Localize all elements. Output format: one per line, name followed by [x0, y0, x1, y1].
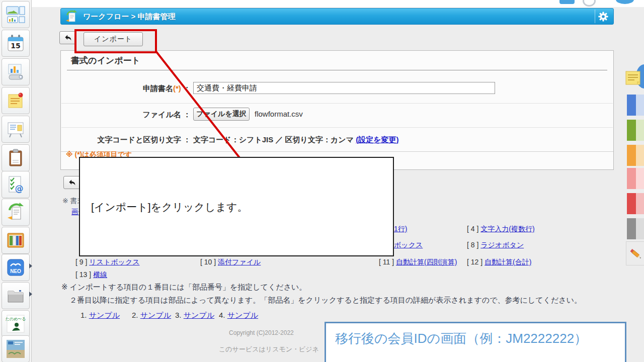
part-link-12: [ 12 ] 自動計算(合計) [467, 258, 531, 267]
sample-link-4: 4. サンプル [219, 311, 258, 320]
instruction-line-1: ※ インポートする項目の１番目には「部品番号」を指定してください。 [61, 283, 306, 292]
sidebar-item-survey[interactable]: @ [2, 171, 30, 198]
bookshelf-icon [6, 230, 26, 250]
sample-link[interactable]: サンプル [227, 311, 258, 319]
part-number: [ 4 ] [467, 225, 480, 233]
clipboard-icon [6, 148, 26, 168]
sample-number: 3. [175, 311, 184, 319]
header-bar: ワークフロー > 申請書管理 [60, 8, 614, 25]
sample-link-2: 2. サンプル [132, 311, 171, 320]
sample-link-1: 1. サンプル [80, 311, 120, 320]
blue-tab[interactable] [627, 95, 644, 116]
sidebar-item-neo-office[interactable]: NEO [2, 254, 30, 281]
gray-tab[interactable] [627, 218, 644, 239]
sidebar-item-tanomail[interactable]: たのめ〜る [2, 310, 30, 337]
part-link-9: [ 9 ] リストボックス [75, 258, 140, 267]
sidebar-item-bulletin-board[interactable] [2, 116, 30, 143]
import-button[interactable]: インポート [84, 32, 143, 46]
sidebar-item-presentation[interactable] [2, 58, 30, 85]
file-field-label: ファイル名 ： [71, 110, 191, 120]
import-form-panel: 書式のインポート 申請書名(*) ： ファイル名 ： ファイルを選択 flowf… [60, 50, 614, 170]
footer-copyright: Copyright (C)2012-2022 [229, 329, 294, 336]
green-tab[interactable] [627, 120, 644, 141]
part-link-11: [ 11 ] 自動計算(四則演算) [379, 258, 457, 267]
part-link[interactable]: 添付ファイル [218, 258, 261, 266]
change-settings-link[interactable]: (設定を変更) [356, 135, 398, 144]
sample-link-3: 3. サンプル [175, 311, 214, 320]
required-mark: (*) [173, 84, 181, 93]
file-label-text: ファイル名 [142, 110, 181, 119]
part-link[interactable]: リストボックス [89, 258, 139, 266]
encoding-label-text: 文字コードと区切り文字 [97, 135, 181, 144]
neo-office-icon: NEO [6, 257, 26, 278]
svg-text:15: 15 [11, 42, 20, 50]
back-button[interactable] [59, 31, 76, 44]
pencil-icon[interactable] [626, 241, 644, 265]
neo-expand-arrow[interactable] [29, 263, 32, 268]
choose-file-button[interactable]: ファイルを選択 [193, 108, 250, 121]
part-link-row1-tail: 1行) [394, 225, 407, 234]
page-title: ワークフロー > 申請書管理 [83, 9, 176, 24]
sidebar-item-workflow[interactable] [2, 199, 30, 226]
photo-banner-icon [6, 339, 26, 359]
encoding-value: 文字コード：シフトJIS ／ 区切り文字：カンマ (設定を変更) [193, 135, 399, 145]
sidebar-item-calendar[interactable]: 15 [2, 30, 30, 57]
part-link-4: [ 4 ] 文字入力(複数行) [467, 225, 535, 234]
folder-expand-arrow[interactable] [29, 292, 32, 297]
row-separator [61, 103, 613, 104]
encoding-value-text: 文字コード：シフトJIS ／ 区切り文字：カンマ [193, 135, 356, 144]
sidebar-item-portal[interactable] [2, 1, 30, 28]
workflow-app-icon [64, 10, 79, 24]
top-strip [31, 0, 644, 7]
part-link[interactable]: 自動計算(四則演算) [396, 258, 457, 266]
sample-number: 1. [80, 311, 89, 319]
part-link[interactable]: ラジオボタン [480, 241, 524, 249]
name-label-colon: ： [181, 84, 191, 93]
memo-icon[interactable] [625, 68, 644, 89]
sidebar-item-clipboard[interactable] [2, 144, 30, 171]
sidebar-item-folder[interactable] [2, 282, 30, 309]
encoding-field-label: 文字コードと区切り文字 ： [71, 135, 191, 145]
svg-text:NEO: NEO [10, 268, 21, 274]
part-number: [ 9 ] [75, 258, 89, 266]
part-number: [ 10 ] [200, 258, 218, 266]
sticky-note-icon [6, 90, 26, 111]
part-link[interactable]: 1行) [394, 225, 407, 233]
part-link-10: [ 10 ] 添付ファイル [200, 258, 261, 267]
sidebar-item-bookshelf[interactable] [2, 227, 30, 254]
sidebar-item-sticky-note[interactable] [2, 87, 30, 114]
part-link[interactable]: ボックス [394, 241, 423, 249]
application-name-input[interactable] [193, 82, 495, 94]
part-link[interactable]: 自動計算(合計) [485, 258, 531, 266]
sample-number: 4. [219, 311, 227, 319]
sample-link[interactable]: サンプル [140, 311, 171, 319]
row-separator [61, 127, 613, 128]
part-link[interactable]: 横線 [93, 270, 107, 279]
back-arrow-icon [64, 34, 72, 42]
file-label-colon: ： [181, 110, 191, 119]
part-link-row2-tail: ボックス [394, 241, 423, 250]
name-label-text: 申請書名 [143, 84, 173, 93]
row-separator [61, 151, 613, 152]
part-number: [ 12 ] [467, 258, 485, 266]
sample-link[interactable]: サンプル [89, 311, 120, 319]
part-link[interactable]: 文字入力(複数行) [480, 225, 534, 233]
name-field-label: 申請書名(*) ： [71, 84, 191, 94]
orange-tab[interactable] [627, 145, 644, 166]
caption-box: 移行後の会員IDの画面（例：JM2222222） [325, 322, 626, 362]
back-button-lower[interactable] [63, 176, 80, 189]
folder-icon [6, 286, 26, 306]
form-title-rule [67, 70, 607, 70]
sidebar-item-photo-banner[interactable] [2, 335, 30, 362]
pink-tab[interactable] [627, 168, 644, 189]
red-tab[interactable] [627, 193, 644, 214]
caption-text: 移行後の会員IDの画面（例：JM2222222） [335, 330, 587, 347]
cutoff-button-icon [559, 0, 575, 4]
bulletin-board-icon [6, 119, 26, 139]
sample-link[interactable]: サンプル [184, 311, 214, 319]
footer-service-note: このサービスはリスモン・ビジネ [219, 345, 319, 354]
instruction-line-2: ２番目以降に指定する項目は部品によって異なります。「部品名」をクリックすると指定… [69, 296, 582, 305]
gear-icon[interactable] [595, 10, 611, 23]
part-link-13: [ 13 ] 横線 [75, 270, 107, 280]
selected-filename: flowformat.csv [255, 110, 303, 118]
